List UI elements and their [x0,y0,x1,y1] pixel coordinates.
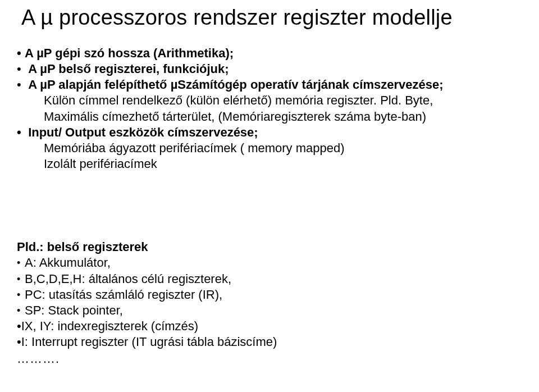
bullet-line: A µP alapján felépíthető µSzámítógép ope… [17,77,522,93]
list-item: B,C,D,E,H: általános célú regiszterek, [17,271,522,287]
sub-line: Külön címmel rendelkező (külön elérhető)… [17,93,522,108]
sub-line: Izolált perifériacímek [17,156,522,172]
text: A: Akkumulátor, [25,256,111,270]
list-item: •IX, IY: indexregiszterek (címzés) [17,318,522,334]
text: µSzámítógép [171,78,247,92]
list-item: PC: utasítás számláló regiszter (IR), [17,287,522,303]
slide-title: A µ processzoros rendszer regiszter mode… [21,6,522,30]
text: SP: Stack pointer, [25,303,123,317]
text: IX, IY: indexregiszterek (címzés) [21,319,198,333]
section-2: Pld.: belső regiszterek A: Akkumulátor, … [17,239,522,367]
subsection-header: Pld.: belső regiszterek [17,239,522,255]
text: A µP alapján felépíthető [28,78,171,92]
section-1: A µP gépi szó hossza (Arithmetika); A µP… [17,45,522,172]
bullet-line: A µP gépi szó hossza (Arithmetika); [17,45,522,61]
text: operatív tárjának címszervezése; [247,78,444,92]
spacer [17,172,522,239]
text: Input/ Output eszközök címszervezése; [28,125,258,139]
list-item: •I: Interrupt regiszter (IT ugrási tábla… [17,334,522,350]
text: A µP belső regiszterei, funkciójuk; [28,62,229,76]
slide-page: A µ processzoros rendszer regiszter mode… [0,0,539,392]
bullet-line: Input/ Output eszközök címszervezése; [9,125,522,140]
sub-line: Memóriába ágyazott perifériacímek ( memo… [17,140,522,156]
text: PC: utasítás számláló regiszter (IR), [25,288,222,302]
list-item: A: Akkumulátor, [17,255,522,271]
list-item: SP: Stack pointer, [17,303,522,318]
sub-line: Maximális címezhető tárterület, (Memória… [17,109,522,125]
text: I: Interrupt regiszter (IT ugrási tábla … [21,335,277,349]
bullet-line: A µP belső regiszterei, funkciójuk; [17,61,522,77]
ellipsis: ………. [17,351,522,367]
text: B,C,D,E,H: általános célú regiszterek, [25,272,231,286]
